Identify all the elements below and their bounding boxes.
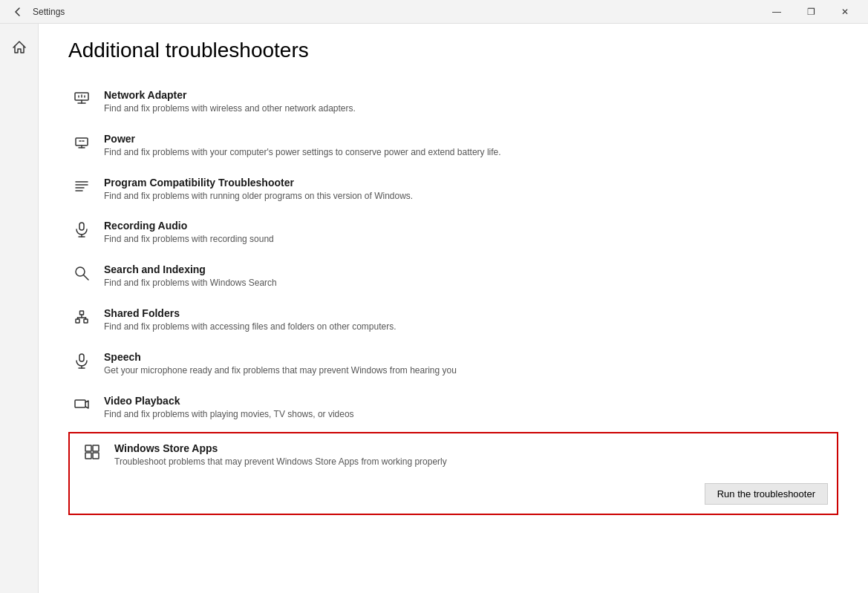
program-compat-title: Program Compatibility Troubleshooter	[104, 177, 838, 189]
search-indexing-desc: Find and fix problems with Windows Searc…	[104, 277, 838, 289]
power-text: Power Find and fix problems with your co…	[95, 133, 838, 159]
search-indexing-title: Search and Indexing	[104, 263, 838, 275]
list-item[interactable]: Network Adapter Find and fix problems wi…	[68, 80, 838, 124]
list-item[interactable]: Search and Indexing Find and fix problem…	[68, 255, 838, 298]
video-playback-icon	[68, 395, 95, 413]
list-item[interactable]: Power Find and fix problems with your co…	[68, 124, 838, 168]
video-playback-title: Video Playback	[104, 395, 838, 407]
power-icon	[68, 133, 95, 151]
video-playback-text: Video Playback Find and fix problems wit…	[95, 395, 838, 421]
recording-audio-icon	[68, 220, 95, 237]
shared-folders-icon	[68, 307, 95, 325]
back-button[interactable]	[6, 0, 30, 24]
network-adapter-desc: Find and fix problems with wireless and …	[104, 102, 838, 115]
close-button[interactable]: ✕	[828, 0, 862, 24]
speech-icon	[68, 351, 95, 369]
recording-audio-text: Recording Audio Find and fix problems wi…	[95, 220, 838, 246]
power-title: Power	[104, 133, 838, 145]
network-adapter-icon	[68, 89, 95, 107]
search-indexing-text: Search and Indexing Find and fix problem…	[95, 263, 838, 289]
maximize-button[interactable]: ❐	[794, 0, 828, 24]
speech-desc: Get your microphone ready and fix proble…	[104, 364, 838, 377]
sidebar	[0, 24, 39, 593]
window-controls: — ❐ ✕	[760, 0, 862, 24]
list-item[interactable]: Program Compatibility Troubleshooter Fin…	[68, 168, 838, 212]
svg-rect-27	[79, 354, 84, 361]
page-title: Additional troubleshooters	[68, 39, 838, 62]
list-item[interactable]: Video Playback Find and fix problems wit…	[68, 386, 838, 430]
search-indexing-icon	[68, 263, 95, 281]
back-icon	[13, 7, 22, 16]
title-bar: Settings — ❐ ✕	[0, 0, 868, 24]
home-icon	[12, 40, 27, 55]
svg-rect-15	[79, 223, 84, 230]
windows-store-apps-item[interactable]: Windows Store Apps Troubleshoot problems…	[68, 432, 838, 515]
program-compat-icon	[68, 177, 95, 194]
recording-audio-title: Recording Audio	[104, 220, 838, 232]
list-item[interactable]: Recording Audio Find and fix problems wi…	[68, 211, 838, 255]
list-item[interactable]: Speech Get your microphone ready and fix…	[68, 342, 838, 386]
speech-text: Speech Get your microphone ready and fix…	[95, 351, 838, 377]
window-title: Settings	[30, 7, 760, 17]
windows-store-apps-title: Windows Store Apps	[114, 442, 828, 454]
svg-rect-30	[75, 400, 85, 407]
shared-folders-desc: Find and fix problems with accessing fil…	[104, 321, 838, 333]
shared-folders-text: Shared Folders Find and fix problems wit…	[95, 307, 838, 333]
svg-rect-6	[76, 138, 88, 145]
svg-line-19	[84, 275, 89, 281]
windows-store-apps-icon	[79, 442, 105, 460]
minimize-button[interactable]: —	[760, 0, 794, 24]
program-compat-desc: Find and fix problems with running older…	[104, 190, 838, 203]
network-adapter-title: Network Adapter	[104, 89, 838, 101]
run-troubleshooter-button[interactable]: Run the troubleshooter	[705, 483, 828, 505]
list-item[interactable]: Shared Folders Find and fix problems wit…	[68, 298, 838, 342]
program-compat-text: Program Compatibility Troubleshooter Fin…	[95, 177, 838, 203]
video-playback-desc: Find and fix problems with playing movie…	[104, 408, 838, 421]
svg-rect-33	[85, 453, 91, 459]
sidebar-home-button[interactable]	[1, 30, 37, 65]
power-desc: Find and fix problems with your computer…	[104, 146, 838, 159]
windows-store-apps-text: Windows Store Apps Troubleshoot problems…	[105, 442, 828, 505]
content-area: Additional troubleshooters Network Adapt…	[39, 24, 868, 593]
main-layout: Additional troubleshooters Network Adapt…	[0, 24, 868, 593]
svg-rect-32	[93, 445, 99, 451]
windows-store-apps-desc: Troubleshoot problems that may prevent W…	[114, 456, 828, 468]
network-adapter-text: Network Adapter Find and fix problems wi…	[95, 89, 838, 115]
run-button-row: Run the troubleshooter	[114, 474, 828, 505]
svg-rect-34	[93, 453, 99, 459]
svg-rect-31	[85, 445, 91, 451]
shared-folders-title: Shared Folders	[104, 307, 838, 319]
recording-audio-desc: Find and fix problems with recording sou…	[104, 233, 838, 246]
speech-title: Speech	[104, 351, 838, 363]
